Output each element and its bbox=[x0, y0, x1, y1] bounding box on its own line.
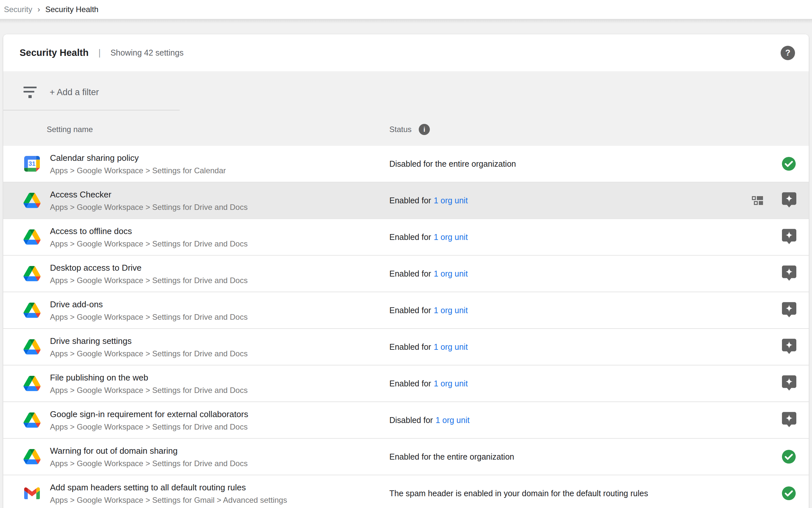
table-row[interactable]: Drive sharing settings Apps > Google Wor… bbox=[3, 329, 809, 366]
status-text: Enabled for bbox=[389, 232, 431, 242]
setting-path: Apps > Google Workspace > Settings for C… bbox=[50, 166, 389, 175]
status-org-unit-link[interactable]: 1 org unit bbox=[434, 306, 468, 315]
status-cell: Enabled for the entire organization bbox=[389, 452, 781, 462]
status-org-unit-link[interactable]: 1 org unit bbox=[434, 269, 468, 278]
google-calendar-icon: 31 bbox=[23, 155, 41, 172]
recommendation-flag-icon[interactable] bbox=[782, 265, 796, 282]
google-drive-icon bbox=[23, 265, 41, 282]
setting-path: Apps > Google Workspace > Settings for G… bbox=[50, 495, 389, 505]
table-row[interactable]: Drive add-ons Apps > Google Workspace > … bbox=[3, 292, 809, 329]
setting-path: Apps > Google Workspace > Settings for D… bbox=[50, 385, 389, 395]
setting-path: Apps > Google Workspace > Settings for D… bbox=[50, 202, 389, 212]
status-text: Disabled for bbox=[389, 416, 433, 425]
status-org-unit-link[interactable]: 1 org unit bbox=[435, 416, 469, 425]
breadcrumb-chevron-icon: › bbox=[38, 5, 40, 14]
status-cell: The spam header is enabled in your domai… bbox=[389, 489, 781, 498]
setting-name: Access to offline docs bbox=[50, 225, 389, 237]
status-column-header: Status bbox=[389, 125, 412, 134]
breadcrumb-security[interactable]: Security bbox=[4, 5, 32, 14]
setting-name-cell: Desktop access to Drive Apps > Google Wo… bbox=[50, 262, 389, 285]
google-drive-icon bbox=[23, 448, 41, 465]
google-drive-icon bbox=[23, 192, 41, 209]
org-units-icon[interactable] bbox=[752, 196, 763, 205]
status-cell: Enabled for1 org unit bbox=[389, 342, 782, 352]
recommendation-flag-icon[interactable] bbox=[782, 339, 796, 355]
setting-name: Add spam headers setting to all default … bbox=[50, 482, 389, 493]
setting-name-cell: File publishing on the web Apps > Google… bbox=[50, 372, 389, 395]
check-circle-icon bbox=[781, 156, 796, 171]
recommendation-flag-icon[interactable] bbox=[782, 412, 796, 428]
status-cell: Enabled for1 org unit bbox=[389, 196, 752, 205]
row-trailing-icons bbox=[782, 265, 796, 282]
setting-name: Drive add-ons bbox=[50, 299, 389, 310]
status-text: The spam header is enabled in your domai… bbox=[389, 489, 648, 498]
setting-name-cell: Calendar sharing policy Apps > Google Wo… bbox=[50, 152, 389, 175]
setting-path: Apps > Google Workspace > Settings for D… bbox=[50, 349, 389, 358]
security-health-card: Security Health | Showing 42 settings ? … bbox=[3, 34, 809, 508]
table-row[interactable]: Access to offline docs Apps > Google Wor… bbox=[3, 219, 809, 256]
setting-name-cell: Add spam headers setting to all default … bbox=[50, 482, 389, 505]
recommendation-flag-icon[interactable] bbox=[782, 302, 796, 319]
status-cell: Disabled for1 org unit bbox=[389, 416, 782, 425]
svg-text:31: 31 bbox=[29, 160, 36, 167]
recommendation-flag-icon[interactable] bbox=[782, 375, 796, 392]
table-row[interactable]: Warning for out of domain sharing Apps >… bbox=[3, 439, 809, 475]
table-header: Setting name Status i bbox=[3, 113, 809, 146]
recommendation-flag-icon[interactable] bbox=[782, 229, 796, 245]
table-row[interactable]: Google sign-in requirement for external … bbox=[3, 402, 809, 439]
check-circle-icon bbox=[781, 449, 796, 464]
table-row[interactable]: 31 Calendar sharing policy Apps > Google… bbox=[3, 146, 809, 182]
status-text: Enabled for bbox=[389, 379, 431, 388]
filter-underline bbox=[3, 110, 180, 111]
recommendation-flag-icon[interactable] bbox=[782, 192, 796, 209]
status-info-icon[interactable]: i bbox=[419, 124, 430, 135]
row-trailing-icons bbox=[782, 229, 796, 245]
row-trailing-icons bbox=[782, 302, 796, 319]
google-drive-icon bbox=[23, 375, 41, 392]
status-org-unit-link[interactable]: 1 org unit bbox=[434, 232, 468, 242]
setting-path: Apps > Google Workspace > Settings for D… bbox=[50, 312, 389, 322]
google-drive-icon bbox=[23, 412, 41, 429]
setting-name-cell: Drive add-ons Apps > Google Workspace > … bbox=[50, 299, 389, 322]
setting-name-column-header: Setting name bbox=[47, 125, 389, 134]
status-cell: Enabled for1 org unit bbox=[389, 269, 782, 279]
setting-name-cell: Access Checker Apps > Google Workspace >… bbox=[50, 189, 389, 212]
setting-name-cell: Access to offline docs Apps > Google Wor… bbox=[50, 225, 389, 249]
status-org-unit-link[interactable]: 1 org unit bbox=[434, 196, 468, 205]
setting-name-cell: Google sign-in requirement for external … bbox=[50, 409, 389, 432]
gmail-icon bbox=[23, 485, 41, 502]
setting-name-cell: Drive sharing settings Apps > Google Wor… bbox=[50, 335, 389, 358]
row-trailing-icons bbox=[782, 412, 796, 428]
setting-name: Google sign-in requirement for external … bbox=[50, 409, 389, 420]
check-circle-icon bbox=[781, 486, 796, 501]
setting-name-cell: Warning for out of domain sharing Apps >… bbox=[50, 445, 389, 468]
filter-list-icon[interactable] bbox=[23, 87, 37, 98]
add-filter-button[interactable]: + Add a filter bbox=[50, 87, 99, 97]
table-row[interactable]: Access Checker Apps > Google Workspace >… bbox=[3, 182, 809, 219]
setting-path: Apps > Google Workspace > Settings for D… bbox=[50, 422, 389, 432]
table-row[interactable]: Add spam headers setting to all default … bbox=[3, 475, 809, 508]
setting-name: Warning for out of domain sharing bbox=[50, 445, 389, 456]
google-drive-icon bbox=[23, 338, 41, 355]
table-row[interactable]: File publishing on the web Apps > Google… bbox=[3, 366, 809, 402]
setting-name: Access Checker bbox=[50, 189, 389, 200]
title-separator: | bbox=[98, 48, 101, 58]
page-background: Security Health | Showing 42 settings ? … bbox=[0, 19, 812, 508]
setting-path: Apps > Google Workspace > Settings for D… bbox=[50, 276, 389, 285]
row-trailing-icons bbox=[782, 339, 796, 355]
table-row[interactable]: Desktop access to Drive Apps > Google Wo… bbox=[3, 256, 809, 292]
status-text: Enabled for bbox=[389, 269, 431, 278]
status-text: Enabled for bbox=[389, 306, 431, 315]
card-header: Security Health | Showing 42 settings ? bbox=[3, 34, 809, 71]
settings-table: 31 Calendar sharing policy Apps > Google… bbox=[3, 146, 809, 508]
settings-count-label: Showing 42 settings bbox=[110, 48, 184, 57]
status-org-unit-link[interactable]: 1 org unit bbox=[434, 379, 468, 388]
help-icon[interactable]: ? bbox=[781, 46, 795, 60]
status-org-unit-link[interactable]: 1 org unit bbox=[434, 342, 468, 351]
status-cell: Enabled for1 org unit bbox=[389, 232, 782, 242]
setting-name: Drive sharing settings bbox=[50, 335, 389, 346]
google-drive-icon bbox=[23, 228, 41, 246]
row-trailing-icons bbox=[781, 486, 796, 501]
setting-name: File publishing on the web bbox=[50, 372, 389, 383]
setting-name: Calendar sharing policy bbox=[50, 152, 389, 163]
